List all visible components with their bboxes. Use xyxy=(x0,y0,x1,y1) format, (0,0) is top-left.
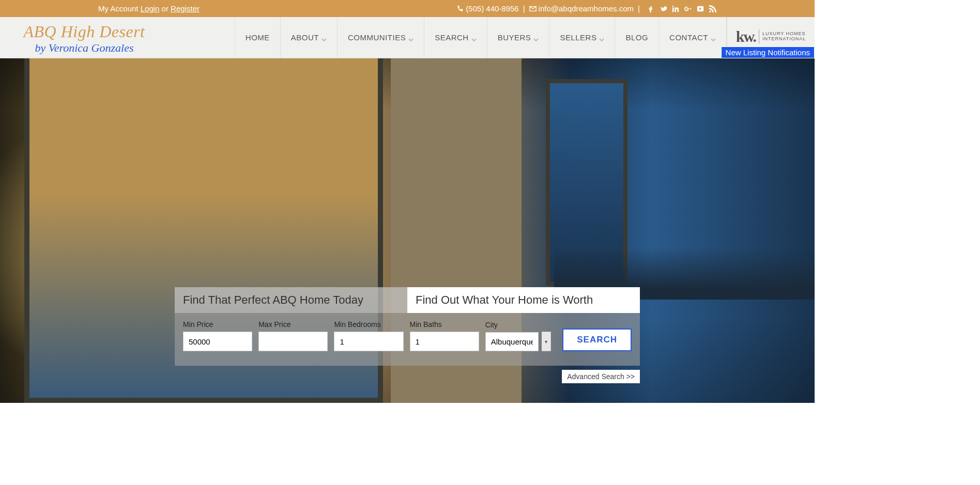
nav-contact[interactable]: CONTACT xyxy=(659,17,727,58)
twitter-icon[interactable] xyxy=(660,5,667,12)
advanced-search-link[interactable]: Advanced Search >> xyxy=(562,370,640,383)
phone-number[interactable]: (505) 440-8956 xyxy=(466,4,519,13)
min-baths-label: Min Baths xyxy=(410,320,479,328)
nav-home[interactable]: HOME xyxy=(235,17,280,58)
city-select[interactable]: Albuquerque xyxy=(485,332,539,351)
min-bedrooms-label: Min Bedrooms xyxy=(334,320,403,328)
logo-main-text: ABQ High Desert xyxy=(23,23,145,40)
kw-divider xyxy=(759,29,759,44)
kw-tagline: LUXURY HOMESINTERNATIONAL xyxy=(762,32,806,42)
chevron-down-icon xyxy=(471,35,477,40)
linkedin-icon[interactable] xyxy=(672,5,679,12)
max-price-field: Max Price xyxy=(258,320,328,351)
city-field: City Albuquerque ▾ xyxy=(485,321,551,351)
nav-about[interactable]: ABOUT xyxy=(280,17,337,58)
nav-blog[interactable]: BLOG xyxy=(615,17,659,58)
separator: | xyxy=(638,4,640,13)
or-text: or xyxy=(162,4,169,13)
nav-search[interactable]: SEARCH xyxy=(424,17,487,58)
nav-communities[interactable]: COMMUNITIES xyxy=(337,17,424,58)
login-link[interactable]: Login xyxy=(141,4,160,13)
site-logo[interactable]: ABQ High Desert by Veronica Gonzales xyxy=(0,17,165,58)
min-price-input[interactable] xyxy=(183,332,252,351)
account-links: My Account Login or Register xyxy=(98,4,200,13)
max-price-label: Max Price xyxy=(258,320,328,328)
chevron-down-icon xyxy=(408,35,414,40)
search-tabs: Find That Perfect ABQ Home Today Find Ou… xyxy=(175,287,640,313)
kw-logo-text: kw. xyxy=(736,28,756,45)
social-icons xyxy=(647,5,716,12)
hero-image: Find That Perfect ABQ Home Today Find Ou… xyxy=(0,58,815,403)
city-label: City xyxy=(485,321,539,329)
phone-icon xyxy=(456,5,464,12)
chevron-down-icon xyxy=(533,35,539,40)
min-baths-input[interactable] xyxy=(410,332,479,351)
chevron-down-icon xyxy=(711,35,716,40)
min-baths-field: Min Baths xyxy=(410,320,479,351)
chevron-down-icon xyxy=(599,35,604,40)
google-plus-icon[interactable] xyxy=(684,5,692,12)
top-bar: My Account Login or Register (505) 440-8… xyxy=(0,0,815,17)
tab-home-worth[interactable]: Find Out What Your Home is Worth xyxy=(407,287,640,313)
max-price-input[interactable] xyxy=(258,332,328,351)
search-button[interactable]: SEARCH xyxy=(562,328,632,351)
chevron-down-icon xyxy=(321,35,327,40)
envelope-icon xyxy=(529,5,537,12)
search-form: Min Price Max Price Min Bedrooms Min Bat… xyxy=(175,313,640,366)
separator: | xyxy=(523,4,525,13)
rss-icon[interactable] xyxy=(709,5,716,12)
new-listing-notifications-button[interactable]: New Listing Notifications xyxy=(721,46,815,58)
tab-find-home[interactable]: Find That Perfect ABQ Home Today xyxy=(175,287,407,313)
email-link[interactable]: info@abqdreamhomes.com xyxy=(539,4,634,13)
youtube-icon[interactable] xyxy=(697,5,704,12)
min-price-field: Min Price xyxy=(183,320,252,351)
min-bedrooms-field: Min Bedrooms xyxy=(334,320,403,351)
min-price-label: Min Price xyxy=(183,320,252,328)
facebook-icon[interactable] xyxy=(647,5,654,12)
my-account-label: My Account xyxy=(98,4,139,13)
nav-buyers[interactable]: BUYERS xyxy=(487,17,549,58)
nav-menu: HOME ABOUT COMMUNITIES SEARCH BUYERS SEL… xyxy=(235,17,727,58)
contact-links: (505) 440-8956 | info@abqdreamhomes.com … xyxy=(456,4,716,13)
main-nav: ABQ High Desert by Veronica Gonzales HOM… xyxy=(0,17,815,58)
nav-sellers[interactable]: SELLERS xyxy=(549,17,615,58)
dropdown-arrow-icon[interactable]: ▾ xyxy=(542,332,551,351)
search-widget: Find That Perfect ABQ Home Today Find Ou… xyxy=(175,287,640,383)
logo-sub-text: by Veronica Gonzales xyxy=(35,41,133,55)
register-link[interactable]: Register xyxy=(171,4,200,13)
min-bedrooms-input[interactable] xyxy=(334,332,403,351)
